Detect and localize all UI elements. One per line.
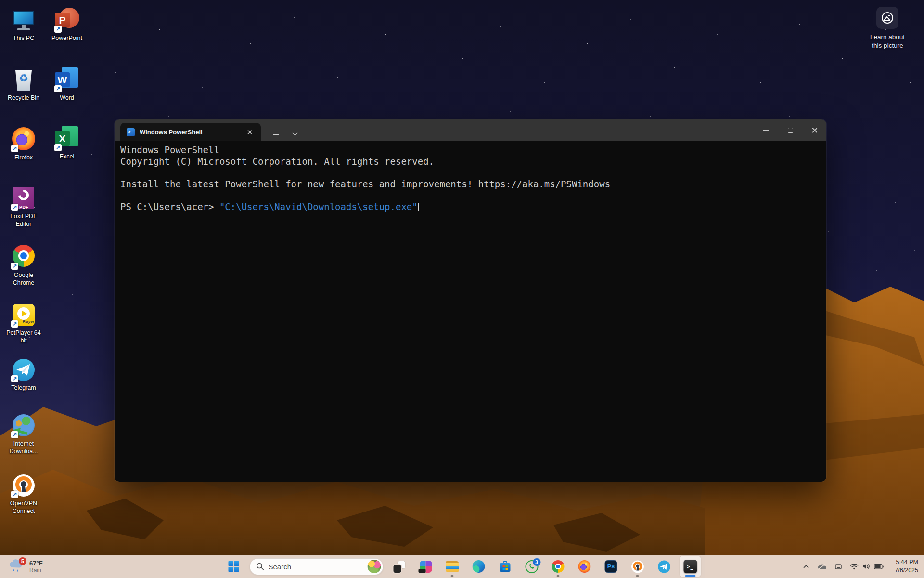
- photos-icon: [420, 561, 432, 573]
- volume-icon: [862, 563, 870, 570]
- file-explorer-icon: [446, 561, 459, 572]
- taskbar-item-edge[interactable]: [468, 556, 489, 577]
- command-text: "C:\Users\Navid\Downloads\setup.exe": [219, 201, 418, 212]
- firefox-icon: ↗: [11, 127, 36, 152]
- edge-icon: [473, 560, 485, 573]
- chevron-down-icon: [292, 131, 297, 136]
- task-view-icon: [393, 561, 405, 573]
- desktop-icon-google-chrome[interactable]: ↗ Google Chrome: [3, 244, 44, 287]
- recycle-bin-icon: ♻: [11, 67, 36, 92]
- text-cursor: [418, 203, 419, 211]
- running-indicator: [451, 575, 454, 577]
- telegram-icon: ↗: [11, 357, 36, 382]
- desktop-icon-foxit-pdf-editor[interactable]: PDF ↗ Foxit PDF Editor: [3, 186, 44, 228]
- bing-daily-image[interactable]: [368, 560, 381, 573]
- desktop-icon-potplayer[interactable]: Player ↗ PotPlayer 64 bit: [3, 302, 44, 345]
- idm-icon: ↗: [11, 413, 36, 438]
- desktop-icon-firefox[interactable]: ↗ Firefox: [3, 126, 44, 161]
- clock[interactable]: 5:44 PM 7/6/2025: [895, 558, 918, 575]
- weather-temp: 67°F: [29, 560, 43, 567]
- desktop-icon-excel[interactable]: X ↗ Excel: [46, 126, 88, 160]
- taskbar-item-terminal[interactable]: >_: [680, 556, 701, 577]
- active-indicator: [685, 575, 696, 577]
- taskbar-item-openvpn[interactable]: [627, 556, 648, 577]
- tab-windows-powershell[interactable]: >_ Windows PowerShell: [120, 123, 261, 141]
- taskbar-dock: Search 3: [223, 555, 701, 578]
- close-window-button[interactable]: [802, 119, 826, 141]
- tray-chevron-up-button[interactable]: [803, 565, 809, 568]
- microsoft-store-icon: [500, 561, 511, 572]
- terminal-output-line: [120, 167, 821, 179]
- openvpn-icon: [631, 560, 644, 573]
- shortcut-arrow-icon: ↗: [11, 431, 18, 438]
- start-button[interactable]: [223, 556, 244, 577]
- taskbar-item-photoshop[interactable]: Ps: [601, 556, 622, 577]
- chevron-up-icon: [803, 565, 809, 568]
- rain-icon: 5: [8, 558, 25, 575]
- battery-icon: [874, 564, 884, 569]
- desktop-icon-this-pc[interactable]: This PC: [3, 8, 44, 42]
- terminal-icon: >_: [684, 560, 697, 573]
- maximize-button[interactable]: [778, 119, 802, 141]
- input-language-button[interactable]: [835, 564, 842, 569]
- terminal-output-line: Install the latest PowerShell for new fe…: [120, 179, 821, 190]
- powershell-window: >_ Windows PowerShell Windows PowerShell…: [115, 119, 826, 482]
- close-icon: [812, 128, 817, 133]
- desktop-icon-internet-download-manager[interactable]: ↗ Internet Downloa...: [3, 413, 44, 456]
- desktop-icon-label: Word: [46, 94, 88, 102]
- search-input[interactable]: Search: [250, 558, 384, 575]
- shortcut-arrow-icon: ↗: [54, 26, 62, 33]
- learn-about-picture[interactable]: Learn about this picture: [859, 7, 916, 50]
- tab-close-button[interactable]: [243, 125, 256, 139]
- system-tray: 5:44 PM 7/6/2025: [803, 555, 918, 578]
- maximize-icon: [788, 128, 793, 133]
- plus-icon: [273, 131, 279, 138]
- desktop-icon-telegram[interactable]: ↗ Telegram: [3, 357, 44, 392]
- desktop-icon-word[interactable]: W ↗ Word: [46, 67, 88, 102]
- weather-condition: Rain: [29, 567, 43, 574]
- desktop-icon-openvpn-connect[interactable]: ↗ OpenVPN Connect: [3, 473, 44, 515]
- prompt-text: PS C:\Users\acer>: [120, 201, 219, 212]
- weather-badge: 5: [19, 557, 26, 565]
- powerpoint-icon: P ↗: [54, 8, 79, 33]
- terminal-output-line: [120, 190, 821, 201]
- onedrive-tray-button[interactable]: [817, 564, 827, 570]
- desktop-icon-label: PowerPoint: [46, 34, 88, 42]
- taskbar-item-whatsapp[interactable]: 3: [521, 556, 542, 577]
- picture-info-icon: [876, 7, 898, 29]
- taskbar-item-microsoft-store[interactable]: [495, 556, 516, 577]
- clock-time: 5:44 PM: [895, 558, 918, 567]
- titlebar[interactable]: >_ Windows PowerShell: [115, 119, 826, 141]
- tab-dropdown-button[interactable]: [288, 128, 302, 141]
- weather-widget[interactable]: 5 67°F Rain: [5, 555, 46, 578]
- onedrive-cloud-icon: [817, 564, 827, 570]
- taskbar-item-photos[interactable]: [415, 556, 436, 577]
- word-icon: W ↗: [54, 67, 79, 92]
- terminal-output-line: Windows PowerShell: [120, 144, 821, 156]
- minimize-icon: [763, 130, 769, 131]
- minimize-button[interactable]: [754, 119, 778, 141]
- taskbar-item-telegram[interactable]: [654, 556, 675, 577]
- search-icon: [257, 563, 264, 570]
- powershell-icon: >_: [127, 128, 135, 136]
- desktop-icon-label: Firefox: [3, 154, 44, 161]
- task-view-button[interactable]: [389, 556, 410, 577]
- desktop-icon-label: Foxit PDF Editor: [3, 212, 44, 228]
- terminal-content[interactable]: Windows PowerShell Copyright (C) Microso…: [115, 141, 826, 482]
- shortcut-arrow-icon: ↗: [11, 204, 18, 211]
- quick-settings-button[interactable]: [850, 563, 884, 570]
- desktop-icon-recycle-bin[interactable]: ♻ Recycle Bin: [3, 67, 44, 102]
- new-tab-button[interactable]: [269, 128, 282, 141]
- shortcut-arrow-icon: ↗: [11, 145, 18, 152]
- taskbar-item-chrome[interactable]: [548, 556, 569, 577]
- chrome-icon: ↗: [11, 245, 36, 270]
- excel-icon: X ↗: [54, 126, 79, 151]
- desktop-icon-powerpoint[interactable]: P ↗ PowerPoint: [46, 8, 88, 42]
- taskbar-item-file-explorer[interactable]: [442, 556, 463, 577]
- taskbar-item-firefox[interactable]: [574, 556, 595, 577]
- running-indicator: [557, 575, 560, 577]
- taskbar: 5 67°F Rain Search: [0, 555, 924, 578]
- whatsapp-badge: 3: [533, 558, 540, 566]
- terminal-prompt-line: PS C:\Users\acer> "C:\Users\Navid\Downlo…: [120, 201, 821, 213]
- desktop-icon-label: Internet Downloa...: [3, 440, 44, 456]
